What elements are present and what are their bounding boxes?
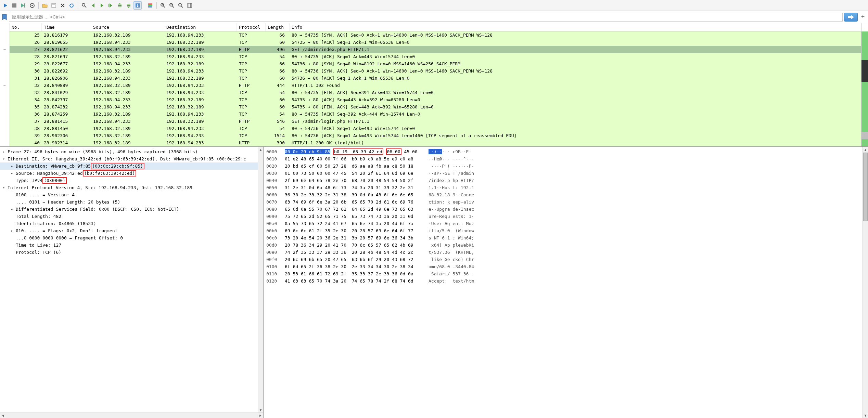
details-horizontal-scrollbar[interactable]: ◀ ▶ [0,413,263,418]
packet-row[interactable]: 3328.841029192.168.32.189192.168.94.233T… [10,89,861,96]
hex-row[interactable]: 00402f 69 6e 64 65 78 2e 70 68 70 20 48 … [266,177,860,184]
hex-row[interactable]: 000000 0c 29 cb 9f 85 b0 f9 63 39 42 ed … [266,148,860,155]
zoom-out-button[interactable] [168,1,176,10]
packet-row[interactable]: 3428.842797192.168.94.233192.168.32.189T… [10,96,861,103]
column-protocol[interactable]: Protocol [237,23,266,31]
go-next-button[interactable] [98,1,106,10]
hex-row[interactable]: 006036 38 2e 33 32 2e 31 38 39 0d 0a 43 … [266,191,860,198]
scrollbar-thumb[interactable] [863,153,868,221]
go-prev-button[interactable] [89,1,97,10]
packet-row[interactable]: 3928.902306192.168.32.189192.168.94.233T… [10,132,861,139]
expand-icon[interactable]: ▸ [1,149,6,154]
detail-row[interactable]: .... 0101 = Header Length: 20 bytes (5) [0,198,258,206]
column-no[interactable]: No. [10,23,42,31]
packet-row[interactable]: 2828.821697192.168.32.189192.168.94.233T… [10,53,861,60]
jump-packet-button[interactable] [107,1,115,10]
hex-row[interactable]: 002020 bd d5 cf 00 50 27 28 d6 ae a8 fb … [266,162,860,170]
packet-list-body[interactable]: 2528.816179192.168.32.189192.168.94.233T… [10,31,861,146]
scroll-up-icon[interactable]: ▲ [258,147,263,152]
scroll-up-icon[interactable]: ▲ [863,147,868,152]
detail-row[interactable]: ▸Destination: VMware_cb:9f:85 (00:0c:29:… [0,162,258,170]
hex-row[interactable]: 01006f 6d 65 2f 36 38 2e 30 2e 33 34 34 … [266,263,860,270]
packet-row[interactable]: 2728.821622192.168.94.233192.168.32.189H… [10,46,861,53]
collapse-icon[interactable]: ▾ [1,185,6,190]
packet-row[interactable]: 3128.826906192.168.94.233192.168.32.189T… [10,75,861,82]
hex-vertical-scrollbar[interactable]: ▲ ▼ [863,147,868,418]
apply-filter-button[interactable] [844,13,858,22]
open-file-button[interactable] [41,1,49,10]
bookmark-icon[interactable] [1,13,8,21]
detail-row[interactable]: ▸Differentiated Services Field: 0x00 (DS… [0,206,258,213]
scroll-down-icon[interactable]: ▼ [258,407,263,413]
details-tree[interactable]: ▸Frame 27: 496 bytes on wire (3968 bits)… [0,147,258,413]
packet-row[interactable]: 2628.819655192.168.94.233192.168.32.189T… [10,39,861,46]
autoscroll-button[interactable] [133,1,142,10]
hex-row[interactable]: 00b069 6c 6c 61 2f 35 2e 30 20 28 57 69 … [266,227,860,234]
hex-row[interactable]: 009075 72 65 2d 52 65 71 75 65 73 74 73 … [266,213,860,220]
column-time[interactable]: Time [42,23,91,31]
expand-icon[interactable]: ▸ [10,207,14,212]
expand-icon[interactable]: ▸ [10,228,14,233]
stop-capture-button[interactable] [10,1,18,10]
hex-row[interactable]: 011020 53 61 66 61 72 69 2f 35 33 37 2e … [266,270,860,277]
detail-row[interactable]: Type: IPv4 (0x0800) [0,177,258,184]
expand-icon[interactable]: ▸ [10,164,14,169]
column-length[interactable]: Length [266,23,290,31]
detail-row[interactable]: Time to Live: 127 [0,241,258,249]
find-button[interactable] [80,1,88,10]
packet-row[interactable]: 3628.874259192.168.32.189192.168.94.233T… [10,110,861,118]
collapse-icon[interactable]: ▾ [1,157,6,161]
add-filter-button[interactable]: + [859,13,867,22]
detail-row[interactable]: ▸Frame 27: 496 bytes on wire (3968 bits)… [0,148,258,155]
packet-row[interactable]: 3028.822692192.168.32.189192.168.94.233T… [10,67,861,75]
scroll-left-icon[interactable]: ◀ [0,413,5,418]
hex-row[interactable]: 005031 2e 31 0d 0a 48 6f 73 74 3a 20 31 … [266,184,860,191]
scroll-down-icon[interactable]: ▼ [863,413,868,418]
hex-row[interactable]: 00d020 78 36 34 29 20 41 70 70 6c 65 57 … [266,241,860,249]
packet-row[interactable]: 3228.840889192.168.32.189192.168.94.233H… [10,82,861,89]
resize-columns-button[interactable] [186,1,194,10]
packet-row[interactable]: 4028.902314192.168.32.189192.168.94.233H… [10,139,861,146]
detail-row[interactable]: 0100 .... = Version: 4 [0,191,258,198]
colorize-button[interactable] [146,1,154,10]
detail-row[interactable]: Total Length: 482 [0,213,258,220]
reload-button[interactable] [67,1,76,10]
save-file-button[interactable] [50,1,58,10]
packet-list-header[interactable]: No. Time Source Destination Protocol Len… [10,23,861,31]
hex-row[interactable]: 00f020 6c 69 6b 65 20 47 65 63 6b 6f 29 … [266,256,860,263]
expand-icon[interactable]: ▸ [10,171,14,176]
scroll-right-icon[interactable]: ▶ [258,413,263,418]
restart-capture-button[interactable] [19,1,27,10]
detail-row[interactable]: ▾Internet Protocol Version 4, Src: 192.1… [0,184,258,191]
hex-row[interactable]: 001001 e2 48 65 40 00 7f 06 b0 b9 c0 a8 … [266,155,860,162]
hex-row[interactable]: 008065 0d 0a 55 70 67 72 61 64 65 2d 49 … [266,206,860,213]
go-first-button[interactable] [116,1,124,10]
detail-row[interactable]: ...0 0000 0000 0000 = Fragment Offset: 0 [0,234,258,241]
detail-row[interactable]: Identification: 0x4865 (18533) [0,220,258,227]
start-capture-button[interactable] [1,1,10,10]
column-source[interactable]: Source [91,23,164,31]
hex-row[interactable]: 00e074 2f 35 33 37 2e 33 36 20 28 4b 48 … [266,249,860,256]
hex-dump[interactable]: 000000 0c 29 cb 9f 85 b0 f9 63 39 42 ed … [264,147,863,418]
hex-row[interactable]: 00c073 20 4e 54 20 36 2e 31 3b 20 57 69 … [266,234,860,241]
packet-row[interactable]: 2928.822677192.168.94.233192.168.32.189T… [10,60,861,67]
capture-options-button[interactable] [28,1,36,10]
packet-row[interactable]: 3528.874232192.168.94.233192.168.32.189T… [10,103,861,110]
detail-row[interactable]: Protocol: TCP (6) [0,249,258,256]
close-file-button[interactable] [59,1,67,10]
column-info[interactable]: Info [290,23,861,31]
detail-row[interactable]: ▸010. .... = Flags: 0x2, Don't fragment [0,227,258,234]
hex-row[interactable]: 003001 00 73 50 00 00 47 45 54 20 2f 61 … [266,170,860,177]
zoom-reset-button[interactable] [177,1,185,10]
hex-row[interactable]: 012041 63 63 65 70 74 3a 20 74 65 78 74 … [266,277,860,285]
detail-row[interactable]: ▸Source: Hangzhou_39:42:ed (b0:f9:63:39:… [0,170,258,177]
column-destination[interactable]: Destination [164,23,237,31]
hex-row[interactable]: 00a00a 55 73 65 72 2d 41 67 65 6e 74 3a … [266,220,860,227]
display-filter-input[interactable] [9,13,843,22]
zoom-in-button[interactable] [159,1,167,10]
detail-row[interactable]: ▾Ethernet II, Src: Hangzhou_39:42:ed (b0… [0,155,258,162]
details-vertical-scrollbar[interactable]: ▲ ▼ [258,147,263,413]
packet-row[interactable]: 3828.881450192.168.32.189192.168.94.233T… [10,125,861,132]
go-last-button[interactable] [125,1,133,10]
packet-row[interactable]: 2528.816179192.168.32.189192.168.94.233T… [10,31,861,39]
